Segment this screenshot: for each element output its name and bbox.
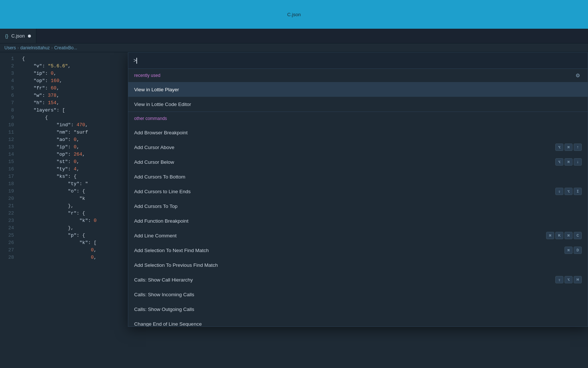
breadcrumb-users[interactable]: Users: [4, 45, 16, 50]
command-label-add-cursor-below: Add Cursor Below: [134, 159, 174, 165]
window-title: C.json: [287, 12, 301, 17]
kbd-key: ↓: [574, 158, 582, 166]
command-item-add-cursor-above[interactable]: Add Cursor Above⌥⌘↑: [128, 140, 588, 155]
other-commands-label: other commands: [134, 116, 167, 121]
line-number: 14: [0, 151, 14, 158]
line-number: 10: [0, 121, 14, 129]
line-number: 28: [0, 254, 14, 261]
kbd-key: I: [574, 188, 582, 195]
command-item-left: Add Function Breakpoint: [134, 218, 189, 224]
command-label-calls-hierarchy: Calls: Show Call Hierarchy: [134, 277, 193, 283]
recently-used-label: recently used: [134, 73, 160, 78]
kbd-key: K: [555, 232, 563, 239]
command-item-add-sel-next-find[interactable]: Add Selection To Next Find Match⌘D: [128, 243, 588, 258]
kbd-key: ⌘: [564, 232, 573, 239]
kbd-key: ⌥: [564, 188, 573, 195]
command-item-add-browser-breakpoint[interactable]: Add Browser Breakpoint: [128, 125, 588, 140]
command-item-calls-incoming[interactable]: Calls: Show Incoming Calls: [128, 287, 588, 302]
command-label-add-cursors-to-top: Add Cursors To Top: [134, 204, 178, 209]
kbd-key: ⌘: [564, 144, 573, 151]
title-bar: C.json: [0, 0, 588, 29]
kbd-key: D: [574, 247, 582, 254]
command-item-view-lottie-player[interactable]: View in Lottie Player: [128, 82, 588, 97]
command-item-calls-hierarchy[interactable]: Calls: Show Call Hierarchy⇧⌥H: [128, 272, 588, 287]
command-item-add-cursor-below[interactable]: Add Cursor Below⌥⌘↓: [128, 155, 588, 169]
command-input-prefix: >: [133, 58, 136, 64]
line-number: 19: [0, 188, 14, 195]
tab-bar: {} C.json: [0, 29, 588, 43]
line-number: 26: [0, 239, 14, 247]
command-item-add-cursors-to-bottom[interactable]: Add Cursors To Bottom: [128, 169, 588, 184]
kbd-key: ⇧: [555, 188, 563, 195]
command-item-left: Add Cursor Above: [134, 145, 175, 150]
kbd-key: ⇧: [555, 276, 563, 283]
command-label-calls-incoming: Calls: Show Incoming Calls: [134, 292, 194, 297]
command-item-change-eol[interactable]: Change End of Line Sequence: [128, 316, 588, 326]
kbd-key: ↑: [574, 144, 582, 151]
command-palette: > recently used⚙View in Lottie PlayerVie…: [128, 52, 588, 327]
command-item-calls-outgoing[interactable]: Calls: Show Outgoing Calls: [128, 302, 588, 316]
kbd-key: ⌥: [564, 276, 573, 283]
command-shortcut-add-sel-next-find: ⌘D: [564, 247, 582, 254]
line-number: 6: [0, 92, 14, 99]
command-label-add-function-breakpoint: Add Function Breakpoint: [134, 218, 189, 224]
line-number: 20: [0, 195, 14, 202]
command-label-add-browser-breakpoint: Add Browser Breakpoint: [134, 130, 188, 135]
line-number: 4: [0, 77, 14, 85]
line-number: 16: [0, 166, 14, 173]
gear-icon[interactable]: ⚙: [574, 71, 582, 79]
command-item-add-sel-prev-find[interactable]: Add Selection To Previous Find Match: [128, 258, 588, 272]
command-item-left: Add Selection To Next Find Match: [134, 248, 209, 253]
command-shortcut-add-cursor-above: ⌥⌘↑: [555, 144, 582, 151]
command-item-add-function-breakpoint[interactable]: Add Function Breakpoint: [128, 213, 588, 228]
command-item-left: Change End of Line Sequence: [134, 321, 202, 327]
command-item-add-line-comment[interactable]: Add Line Comment⌘K⌘C: [128, 228, 588, 243]
command-shortcut-add-cursor-below: ⌥⌘↓: [555, 158, 582, 166]
kbd-key: ⌥: [555, 144, 563, 151]
command-item-left: View in Lottie Code Editor: [134, 102, 191, 107]
breadcrumb-user[interactable]: danielnisttahuz: [20, 45, 50, 50]
command-item-left: Add Selection To Previous Find Match: [134, 262, 218, 268]
tab-cjson[interactable]: {} C.json: [0, 29, 36, 43]
line-number: 9: [0, 114, 14, 121]
command-item-left: Add Cursor Below: [134, 159, 174, 165]
breadcrumb-folder[interactable]: CreatixBo...: [54, 45, 77, 50]
line-number: 7: [0, 99, 14, 107]
tab-file-icon: {}: [5, 33, 8, 39]
tab-label: C.json: [11, 33, 25, 39]
command-label-add-cursors-line-ends: Add Cursors to Line Ends: [134, 189, 191, 194]
command-item-left: Add Cursors To Bottom: [134, 174, 185, 180]
command-item-add-cursors-line-ends[interactable]: Add Cursors to Line Ends⇧⌥I: [128, 184, 588, 199]
breadcrumb-sep-1: ›: [17, 45, 19, 50]
command-shortcut-calls-hierarchy: ⇧⌥H: [555, 276, 582, 283]
command-label-change-eol: Change End of Line Sequence: [134, 321, 202, 327]
line-number: 1: [0, 55, 14, 63]
kbd-key: C: [574, 232, 582, 239]
command-label-add-cursors-to-bottom: Add Cursors To Bottom: [134, 174, 185, 180]
command-label-view-lottie-code-editor: View in Lottie Code Editor: [134, 102, 191, 107]
breadcrumb: Users › danielnisttahuz › CreatixBo...: [0, 43, 588, 52]
line-number: 25: [0, 232, 14, 239]
command-label-add-sel-next-find: Add Selection To Next Find Match: [134, 248, 209, 253]
line-number: 2: [0, 63, 14, 70]
command-list: recently used⚙View in Lottie PlayerView …: [128, 69, 588, 326]
command-input-bar[interactable]: >: [128, 53, 588, 69]
command-item-left: Calls: Show Incoming Calls: [134, 292, 194, 297]
command-shortcut-add-line-comment: ⌘K⌘C: [546, 232, 582, 239]
editor-container: {} C.json Users › danielnisttahuz › Crea…: [0, 29, 588, 368]
section-recently-used: recently used⚙: [128, 69, 588, 82]
command-item-left: View in Lottie Player: [134, 87, 179, 92]
command-item-left: Add Line Comment: [134, 233, 177, 238]
line-number: 13: [0, 144, 14, 151]
kbd-key: ⌥: [555, 158, 563, 166]
command-item-left: Add Cursors To Top: [134, 204, 178, 209]
command-item-view-lottie-code-editor[interactable]: View in Lottie Code Editor: [128, 97, 588, 112]
line-number: 27: [0, 247, 14, 254]
line-number: 3: [0, 70, 14, 77]
line-number: 23: [0, 217, 14, 224]
line-number: 12: [0, 136, 14, 144]
line-number: 22: [0, 210, 14, 217]
section-other-commands: other commands: [128, 112, 588, 125]
command-item-add-cursors-to-top[interactable]: Add Cursors To Top: [128, 199, 588, 213]
command-shortcut-add-cursors-line-ends: ⇧⌥I: [555, 188, 582, 195]
